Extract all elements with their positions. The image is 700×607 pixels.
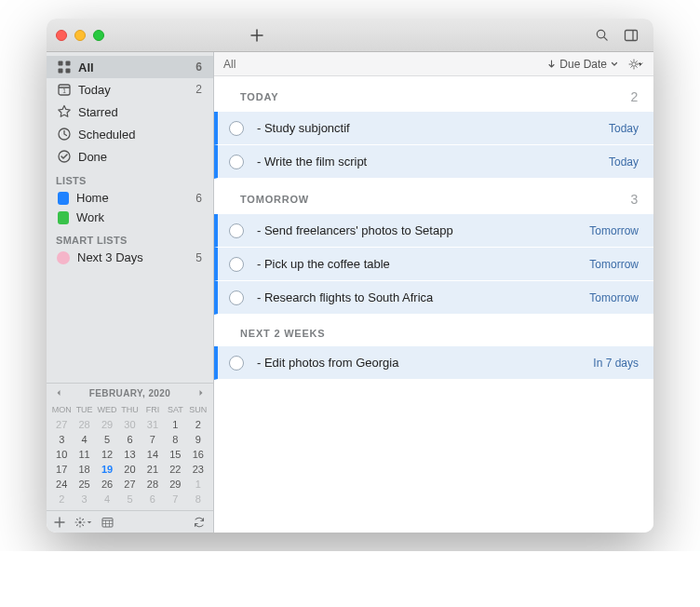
sidebar-item-starred[interactable]: Starred [47,101,213,123]
window-close-button[interactable] [56,30,67,41]
task-checkbox[interactable] [229,356,244,371]
calendar-day[interactable]: 4 [73,432,95,447]
calendar-day[interactable]: 20 [118,462,141,477]
sort-button[interactable]: Due Date [547,58,618,71]
calendar-day[interactable]: 28 [141,477,164,492]
calendar-day[interactable]: 26 [96,477,118,492]
calendar-day[interactable]: 27 [50,417,73,432]
task-due: In 7 days [593,357,639,370]
sidebar-item-label: Done [78,150,202,164]
search-button[interactable] [588,25,614,46]
window-fullscreen-button[interactable] [93,30,104,41]
settings-button[interactable] [74,517,92,528]
calendar-day[interactable]: 13 [118,447,141,462]
sidebar-list-item[interactable]: Home6 [47,188,213,208]
calendar-day[interactable]: 14 [141,447,164,462]
sidebar-smartlist-item[interactable]: Next 3 Days5 [47,248,213,267]
toggle-panel-button[interactable] [618,25,644,46]
add-task-button[interactable] [244,25,270,46]
mini-calendar: FEBRUARY, 2020 MONTUEWEDTHUFRISATSUN2728… [47,383,213,510]
calendar-day[interactable]: 9 [187,432,209,447]
task-due: Today [609,155,639,169]
sidebar-item-today[interactable]: 1Today2 [47,78,213,101]
task-checkbox[interactable] [229,223,244,238]
calendar-day[interactable]: 8 [164,432,186,447]
svg-point-12 [78,520,81,523]
sidebar-item-done[interactable]: Done [47,145,213,168]
task-checkbox[interactable] [229,290,244,305]
calendar-dayname: SUN [187,404,209,417]
task-row[interactable]: - Pick up the coffee tableTomorrow [214,248,653,281]
calendar-day[interactable]: 3 [50,432,73,447]
task-row[interactable]: - Send freelancers' photos to SetappTomo… [214,214,653,248]
calendar-day[interactable]: 21 [141,462,164,477]
calendar-day[interactable]: 5 [96,432,118,447]
calendar-day[interactable]: 1 [187,477,209,492]
task-checkbox[interactable] [229,121,244,136]
smartlist-color-icon [57,251,70,264]
task-group-label: TOMORROW [240,194,309,205]
sidebar-item-label: Today [78,83,195,97]
svg-rect-6 [66,69,71,74]
calendar-day[interactable]: 5 [118,492,141,506]
calendar-day[interactable]: 12 [96,447,118,462]
scheduled-icon [56,126,73,142]
calendar-day[interactable]: 27 [118,477,141,492]
calendar-day[interactable]: 16 [187,447,209,462]
calendar-day[interactable]: 3 [73,492,95,506]
list-color-icon [58,192,69,205]
calendar-day[interactable]: 23 [187,462,209,477]
calendar-day[interactable]: 8 [187,492,209,506]
calendar-day[interactable]: 29 [96,417,118,432]
calendar-day[interactable]: 6 [118,432,141,447]
calendar-day[interactable]: 4 [96,492,118,506]
task-checkbox[interactable] [229,257,244,272]
calendar-day[interactable]: 30 [118,417,141,432]
calendar-day[interactable]: 24 [50,477,73,492]
calendar-day[interactable]: 11 [73,447,95,462]
calendar-dayname: SAT [164,404,186,417]
task-row[interactable]: - Research flights to South AfricaTomorr… [214,281,653,315]
task-row[interactable]: - Study subjonctifToday [214,112,653,145]
task-row[interactable]: - Edit photos from GeorgiaIn 7 days [214,346,653,380]
calendar-day[interactable]: 29 [164,477,186,492]
sync-button[interactable] [193,516,206,529]
task-row[interactable]: - Write the film scriptToday [214,145,653,179]
calendar-day[interactable]: 6 [141,492,164,506]
task-title: - Write the film script [257,155,609,169]
calendar-day[interactable]: 25 [73,477,95,492]
sidebar-item-label: Next 3 Days [77,250,195,264]
calendar-day[interactable]: 2 [187,417,209,432]
view-options-button[interactable] [627,58,644,71]
task-title: - Study subjonctif [257,121,609,135]
starred-icon [56,103,73,120]
calendar-day[interactable]: 28 [73,417,95,432]
sidebar-item-all[interactable]: All6 [47,56,213,78]
calendar-day[interactable]: 10 [50,447,73,462]
sidebar-list-item[interactable]: Work [47,208,213,227]
calendar-day[interactable]: 17 [50,462,73,477]
svg-rect-1 [626,30,638,40]
window-minimize-button[interactable] [74,30,86,41]
calendar-title: FEBRUARY, 2020 [89,388,170,398]
calendar-next-button[interactable] [193,384,209,402]
calendar-day[interactable]: 22 [164,462,186,477]
calendar-day[interactable]: 7 [141,432,164,447]
task-due: Tomorrow [589,258,639,271]
task-checkbox[interactable] [229,155,244,169]
add-list-button[interactable] [54,517,65,528]
calendar-toggle-button[interactable] [101,517,114,528]
task-due: Tomorrow [589,291,639,304]
calendar-day[interactable]: 18 [73,462,95,477]
calendar-day[interactable]: 19 [96,462,118,477]
sidebar-item-scheduled[interactable]: Scheduled [47,123,213,145]
sidebar-footer [47,510,213,533]
calendar-day[interactable]: 31 [141,417,164,432]
calendar-day[interactable]: 7 [164,492,186,506]
calendar-day[interactable]: 1 [164,417,186,432]
calendar-day[interactable]: 2 [50,492,73,506]
calendar-day[interactable]: 15 [164,447,186,462]
calendar-prev-button[interactable] [50,384,67,402]
calendar-dayname: TUE [73,404,95,417]
calendar-dayname: WED [96,404,118,417]
